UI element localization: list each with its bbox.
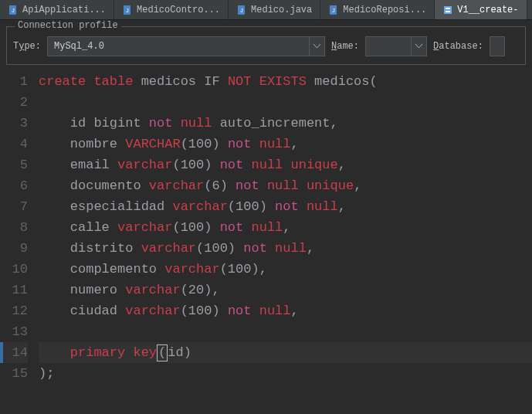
token xyxy=(141,116,149,131)
svg-text:J: J xyxy=(240,8,243,13)
token xyxy=(39,345,70,360)
chevron-down-icon[interactable] xyxy=(309,37,324,56)
tab-label: V1__create- xyxy=(457,5,518,15)
code-line[interactable]: nombre VARCHAR(100) not null, xyxy=(39,134,532,154)
token: varchar xyxy=(125,304,180,318)
token: null xyxy=(307,199,338,214)
line-number: 1 xyxy=(0,71,28,92)
svg-text:J: J xyxy=(126,8,129,13)
tab-1[interactable]: JMedicoContro... xyxy=(114,0,229,19)
code-line[interactable]: documento varchar(6) not null unique, xyxy=(39,175,532,196)
token: VARCHAR xyxy=(125,137,180,151)
token xyxy=(133,241,141,256)
token xyxy=(39,220,70,235)
code-line[interactable]: primary key(id) xyxy=(39,342,532,363)
java-file-icon: J xyxy=(236,5,247,15)
token: id xyxy=(70,116,86,131)
token: not xyxy=(228,304,252,318)
token xyxy=(212,158,219,172)
token xyxy=(267,241,275,256)
token xyxy=(251,137,259,151)
token xyxy=(228,178,236,193)
line-number: 3 xyxy=(0,113,28,134)
code-line[interactable] xyxy=(39,321,532,342)
code-line[interactable]: numero varchar(20), xyxy=(39,280,532,300)
token xyxy=(299,178,307,193)
line-number: 15 xyxy=(0,363,28,384)
code-line[interactable] xyxy=(39,92,532,113)
token: null xyxy=(251,158,283,172)
code-line[interactable]: create table medicos IF NOT EXISTS medic… xyxy=(39,71,532,92)
sql-file-icon xyxy=(442,5,453,15)
token xyxy=(157,262,164,277)
token: varchar xyxy=(149,178,204,193)
token: null xyxy=(181,116,212,131)
tab-4[interactable]: V1__create- xyxy=(435,0,527,19)
code-editor[interactable]: 123456789101112131415 create table medic… xyxy=(0,71,532,384)
token xyxy=(251,304,259,318)
token xyxy=(251,74,259,89)
token xyxy=(86,116,93,131)
token: EXISTS xyxy=(259,74,307,89)
token: not xyxy=(243,241,267,256)
tab-3[interactable]: JMedicoReposi... xyxy=(320,0,435,19)
token: not xyxy=(220,158,244,172)
token: (100) xyxy=(172,158,212,172)
java-file-icon: J xyxy=(328,5,339,15)
token: email xyxy=(70,158,110,172)
token xyxy=(110,220,117,235)
connection-legend: Connection profile xyxy=(15,20,121,31)
token: , xyxy=(338,199,346,214)
code-line[interactable]: ); xyxy=(39,363,532,384)
token xyxy=(39,137,70,151)
tab-0[interactable]: JApiApplicati... xyxy=(0,0,114,19)
connection-fieldset: Connection profile Type: MySql_4.0 Name:… xyxy=(6,26,526,65)
token: varchar xyxy=(117,220,172,235)
code-line[interactable]: distrito varchar(100) not null, xyxy=(39,238,532,259)
database-select[interactable] xyxy=(490,36,505,56)
tab-label: MedicoContro... xyxy=(137,5,220,15)
token: , xyxy=(307,241,314,256)
token: auto_increment xyxy=(220,116,330,131)
token: complemento xyxy=(70,262,157,277)
token: not xyxy=(236,178,259,193)
token: (100) xyxy=(181,304,220,318)
token: (100) xyxy=(228,199,267,214)
java-file-icon: J xyxy=(8,5,19,15)
token: calle xyxy=(70,220,110,235)
token: , xyxy=(212,283,219,297)
name-select-value xyxy=(366,37,411,56)
token xyxy=(243,220,251,235)
token: not xyxy=(220,220,244,235)
name-select[interactable] xyxy=(365,36,427,56)
token: varchar xyxy=(141,241,196,256)
token: not xyxy=(228,137,252,151)
token xyxy=(212,220,219,235)
type-select-value: MySql_4.0 xyxy=(48,37,309,56)
line-number: 2 xyxy=(0,92,28,113)
code-line[interactable]: calle varchar(100) not null, xyxy=(39,217,532,238)
token xyxy=(39,262,70,277)
code-line[interactable]: email varchar(100) not null unique, xyxy=(39,154,532,175)
token: NOT xyxy=(228,74,252,89)
token: IF xyxy=(204,74,219,89)
token: bigint xyxy=(93,116,141,131)
code-line[interactable]: ciudad varchar(100) not null, xyxy=(39,300,532,321)
line-number: 9 xyxy=(0,238,28,259)
tab-label: ApiApplicati... xyxy=(22,5,106,15)
tab-label: Medico.java xyxy=(251,5,312,15)
tab-2[interactable]: JMedico.java xyxy=(229,0,320,19)
code-line[interactable]: id bigint not null auto_increment, xyxy=(39,113,532,134)
token: distrito xyxy=(70,241,134,256)
chevron-down-icon[interactable] xyxy=(411,37,426,56)
token xyxy=(39,178,70,193)
current-line-marker xyxy=(0,342,3,363)
type-select[interactable]: MySql_4.0 xyxy=(47,36,325,56)
token: not xyxy=(275,199,299,214)
token: varchar xyxy=(117,158,172,172)
code-area[interactable]: create table medicos IF NOT EXISTS medic… xyxy=(39,71,532,384)
token: ( xyxy=(370,74,378,89)
code-line[interactable]: complemento varchar(100), xyxy=(39,259,532,280)
tab-label: MedicoReposi... xyxy=(343,5,426,15)
code-line[interactable]: especialidad varchar(100) not null, xyxy=(39,196,532,217)
